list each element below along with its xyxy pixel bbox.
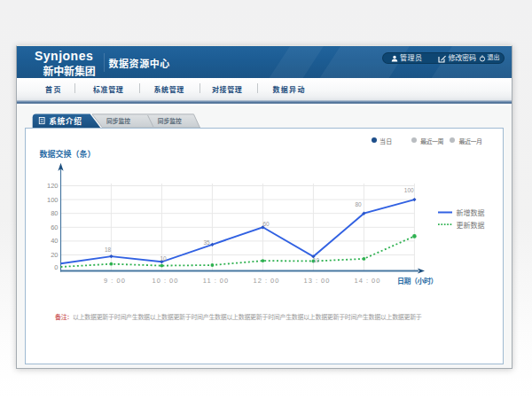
svg-text:80: 80 [51, 209, 58, 217]
svg-text:数据交换（条）: 数据交换（条） [40, 148, 96, 158]
svg-text:14 : 00: 14 : 00 [355, 276, 381, 284]
svg-text:9 : 00: 9 : 00 [104, 276, 126, 284]
svg-text:11 : 00: 11 : 00 [203, 276, 229, 284]
svg-text:35: 35 [203, 239, 210, 245]
svg-text:0: 0 [54, 263, 58, 271]
svg-text:12 : 00: 12 : 00 [254, 276, 280, 284]
svg-text:10: 10 [313, 256, 320, 262]
svg-text:120: 120 [47, 182, 59, 190]
svg-text:日期（小时）: 日期（小时） [397, 276, 437, 285]
svg-text:10: 10 [160, 254, 167, 261]
svg-text:13 : 00: 13 : 00 [304, 276, 331, 284]
svg-text:60: 60 [51, 223, 58, 231]
svg-text:18: 18 [105, 246, 112, 253]
svg-text:新增数据: 新增数据 [457, 207, 485, 216]
svg-text:80: 80 [355, 200, 362, 207]
svg-text:同步监控: 同步监控 [106, 117, 130, 125]
svg-text:100: 100 [404, 187, 414, 193]
svg-text:20: 20 [51, 251, 58, 259]
svg-text:更新数据: 更新数据 [457, 220, 485, 229]
svg-text:60: 60 [262, 221, 270, 227]
svg-text:同步监控: 同步监控 [158, 117, 182, 125]
svg-text:10 : 00: 10 : 00 [153, 276, 179, 284]
svg-text:40: 40 [51, 237, 58, 245]
svg-text:系统介绍: 系统介绍 [49, 116, 82, 126]
svg-text:100: 100 [47, 195, 59, 203]
